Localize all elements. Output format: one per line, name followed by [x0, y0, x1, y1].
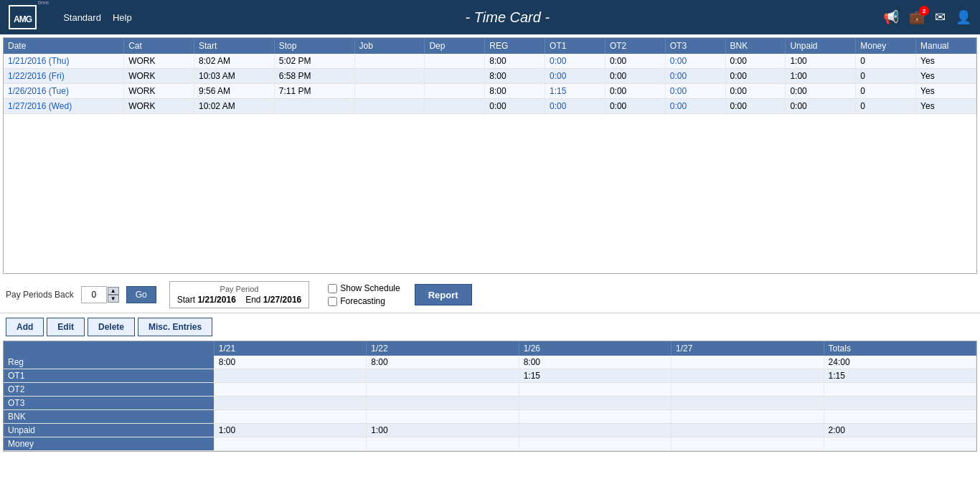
table-row[interactable]: 1/27/2016 (Wed)WORK10:02 AM0:000:000:000… — [4, 99, 976, 114]
summary-cell: 1:15 — [824, 369, 976, 383]
summary-table: 1/21 1/22 1/26 1/27 Totals Reg8:008:008:… — [4, 341, 976, 451]
show-schedule-checkbox[interactable] — [328, 284, 337, 293]
summary-cell — [672, 410, 824, 424]
pay-period-start-date: 1/21/2016 — [197, 295, 235, 305]
table-cell: 0:00 — [605, 84, 665, 99]
go-button[interactable]: Go — [126, 286, 156, 303]
timecard-table: Date Cat Start Stop Job Dep REG OT1 OT2 … — [4, 38, 976, 114]
col-header-start: Start — [194, 38, 275, 54]
misc-entries-button[interactable]: Misc. Entries — [138, 318, 212, 336]
forecasting-checkbox[interactable] — [328, 297, 337, 306]
summary-row-label: OT2 — [4, 383, 214, 397]
table-cell: 0 — [856, 99, 916, 114]
table-cell: 0:00 — [545, 69, 606, 84]
summary-cell — [214, 410, 366, 424]
summary-cell — [672, 383, 824, 397]
summary-cell — [519, 410, 671, 424]
pay-periods-input[interactable] — [81, 286, 107, 303]
summary-row: Unpaid1:001:002:00 — [4, 424, 976, 437]
table-cell: Yes — [916, 54, 976, 69]
summary-cell — [519, 397, 671, 410]
table-cell: 6:58 PM — [274, 69, 354, 84]
col-header-money: Money — [856, 38, 916, 54]
table-row[interactable]: 1/22/2016 (Fri)WORK10:03 AM6:58 PM8:000:… — [4, 69, 976, 84]
spinner-down-btn[interactable]: ▼ — [108, 295, 119, 303]
forecasting-checkbox-label[interactable]: Forecasting — [328, 296, 400, 306]
header-icons: 📢 💼 2 ✉ 👤 — [883, 9, 971, 25]
table-cell — [274, 99, 354, 114]
table-cell: 0:00 — [786, 84, 856, 99]
summary-cell — [367, 383, 519, 397]
summary-cell — [824, 437, 976, 451]
briefcase-badge: 2 — [919, 6, 929, 16]
table-cell: Yes — [916, 69, 976, 84]
add-button[interactable]: Add — [6, 318, 44, 336]
col-header-dep: Dep — [425, 38, 485, 54]
nav-help[interactable]: Help — [113, 12, 132, 23]
summary-cell: 1:00 — [214, 424, 366, 437]
summary-cell — [367, 397, 519, 410]
summary-row-label: BNK — [4, 410, 214, 424]
summary-col-126: 1/26 — [519, 341, 671, 356]
table-cell: WORK — [124, 99, 194, 114]
person-icon[interactable]: 👤 — [956, 9, 971, 25]
summary-cell — [214, 383, 366, 397]
header-nav: Standard Help — [63, 12, 132, 23]
col-header-ot1: OT1 — [545, 38, 606, 54]
pay-period-dates: Start 1/21/2016 End 1/27/2016 — [177, 295, 302, 305]
action-buttons: Add Edit Delete Misc. Entries — [0, 313, 980, 341]
table-cell: 0:00 — [545, 54, 606, 69]
table-cell: 1:00 — [786, 69, 856, 84]
summary-cell — [214, 369, 366, 383]
show-schedule-label: Show Schedule — [340, 283, 400, 293]
spinner-up-btn[interactable]: ▲ — [108, 287, 119, 295]
summary-cell: 8:00 — [519, 356, 671, 369]
nav-standard[interactable]: Standard — [63, 12, 101, 23]
timecard-table-wrapper: Date Cat Start Stop Job Dep REG OT1 OT2 … — [3, 37, 977, 274]
pay-periods-label: Pay Periods Back — [6, 290, 74, 300]
briefcase-icon[interactable]: 💼 2 — [909, 9, 925, 25]
summary-row: OT2 — [4, 383, 976, 397]
table-cell: 0:00 — [665, 99, 725, 114]
logo: AMG time — [9, 5, 49, 29]
summary-cell — [672, 356, 824, 369]
table-cell: 1/27/2016 (Wed) — [4, 99, 124, 114]
megaphone-icon[interactable]: 📢 — [883, 9, 899, 25]
summary-cell — [672, 437, 824, 451]
pay-period-start-label: Start — [177, 295, 195, 305]
report-button[interactable]: Report — [415, 284, 472, 305]
controls-bar: Pay Periods Back ▲ ▼ Go Pay Period Start… — [0, 277, 980, 313]
delete-button[interactable]: Delete — [88, 318, 135, 336]
table-cell: Yes — [916, 84, 976, 99]
pay-period-end-date: 1/27/2016 — [263, 295, 301, 305]
summary-col-122: 1/22 — [367, 341, 519, 356]
summary-cell: 2:00 — [824, 424, 976, 437]
summary-col-127: 1/27 — [672, 341, 824, 356]
table-cell: 0:00 — [725, 54, 786, 69]
summary-cell — [519, 437, 671, 451]
summary-cell: 1:00 — [367, 424, 519, 437]
pay-period-end-label: End — [245, 295, 260, 305]
table-row[interactable]: 1/21/2016 (Thu)WORK8:02 AM5:02 PM8:000:0… — [4, 54, 976, 69]
table-cell: 8:00 — [485, 69, 545, 84]
table-cell — [354, 99, 425, 114]
table-cell: 0:00 — [725, 69, 786, 84]
summary-cell — [824, 397, 976, 410]
table-cell: 9:56 AM — [194, 84, 275, 99]
table-cell: 0:00 — [605, 69, 665, 84]
show-schedule-checkbox-label[interactable]: Show Schedule — [328, 283, 400, 293]
table-cell: 0:00 — [665, 69, 725, 84]
table-cell: WORK — [124, 84, 194, 99]
summary-row-label: OT1 — [4, 369, 214, 383]
page-title: - Time Card - — [132, 9, 883, 26]
table-row[interactable]: 1/26/2016 (Tue)WORK9:56 AM7:11 PM8:001:1… — [4, 84, 976, 99]
table-cell: 0:00 — [725, 84, 786, 99]
col-header-manual: Manual — [916, 38, 976, 54]
summary-cell — [824, 383, 976, 397]
summary-cell: 24:00 — [824, 356, 976, 369]
col-header-date: Date — [4, 38, 124, 54]
table-cell: 1/26/2016 (Tue) — [4, 84, 124, 99]
pay-periods-spinner[interactable]: ▲ ▼ — [81, 286, 119, 303]
envelope-icon[interactable]: ✉ — [935, 9, 946, 25]
edit-button[interactable]: Edit — [47, 318, 85, 336]
